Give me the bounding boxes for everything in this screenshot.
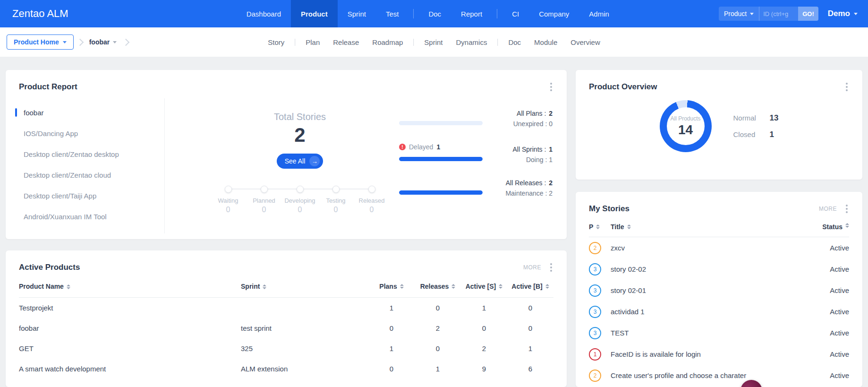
column-header-active-b[interactable]: Active [B] <box>507 283 553 290</box>
product-list-item-zentao-desktop[interactable]: Desktop client/Zentao desktop <box>6 144 164 164</box>
current-product-dropdown[interactable]: foobar <box>86 38 120 46</box>
story-title[interactable]: story 02-02 <box>611 265 816 273</box>
global-search: Product GO! <box>719 7 818 21</box>
product-row[interactable]: Testprojekt 1 0 1 0 <box>19 298 553 318</box>
app-logo[interactable]: Zentao ALM <box>0 0 81 27</box>
product-list-item-ios-dancing-app[interactable]: IOS/Dancing App <box>6 123 164 144</box>
story-row[interactable]: 2 zxcv Active <box>589 237 849 258</box>
delayed-value: 1 <box>436 143 440 151</box>
top-nav-menu: Dashboard Product Sprint Test Doc Report… <box>237 0 619 27</box>
product-name[interactable]: A smart watch development <box>19 365 241 373</box>
nav-admin[interactable]: Admin <box>579 0 619 27</box>
panel-title: Product Report <box>19 82 77 92</box>
subnav-plan[interactable]: Plan <box>299 38 326 46</box>
kebab-menu-icon[interactable] <box>548 261 554 274</box>
subnav-sprint[interactable]: Sprint <box>417 38 449 46</box>
nav-test[interactable]: Test <box>376 0 409 27</box>
legend-normal: Normal 13 <box>733 113 779 123</box>
sort-icon <box>845 223 849 231</box>
product-name[interactable]: foobar <box>19 324 241 332</box>
nav-report[interactable]: Report <box>451 0 492 27</box>
product-row[interactable]: GET 325 1 0 2 1 <box>19 338 553 359</box>
story-row[interactable]: 1 FaceID is is availale for login Active <box>589 344 849 365</box>
nav-dashboard[interactable]: Dashboard <box>237 0 291 27</box>
subnav-dynamics[interactable]: Dynamics <box>450 38 494 46</box>
nav-company[interactable]: Company <box>529 0 579 27</box>
story-row[interactable]: 3 actividad 1 Active <box>589 301 849 322</box>
step-dot <box>225 186 232 193</box>
nav-ci[interactable]: CI <box>502 0 529 27</box>
column-header-plans[interactable]: Plans <box>368 283 415 290</box>
breadcrumb-chevron-icon <box>122 38 130 46</box>
product-active-b: 1 <box>507 344 553 353</box>
product-plans: 1 <box>368 304 415 312</box>
kebab-menu-icon[interactable] <box>843 202 850 215</box>
product-home-label: Product Home <box>14 38 59 46</box>
user-menu[interactable]: Demo <box>828 9 858 18</box>
more-link[interactable]: MORE <box>819 206 837 212</box>
search-go-button[interactable]: GO! <box>798 7 818 21</box>
step-developing: Developing 0 <box>285 186 315 214</box>
story-title[interactable]: TEST <box>611 329 816 337</box>
story-title[interactable]: actividad 1 <box>611 308 816 316</box>
releases-progress-bar <box>399 190 483 195</box>
search-type-dropdown[interactable]: Product <box>719 7 759 21</box>
step-value: 0 <box>334 206 338 214</box>
product-list-item-foobar[interactable]: foobar <box>6 102 164 123</box>
unexpired-label: Unexpired : 0 <box>490 120 553 128</box>
product-home-button[interactable]: Product Home <box>7 34 74 50</box>
nav-sprint[interactable]: Sprint <box>338 0 376 27</box>
column-header-active-s[interactable]: Active [S] <box>461 283 507 290</box>
product-list-item-xuanxuan-im[interactable]: Android/Xuanxuan IM Tool <box>6 206 164 227</box>
step-label: Testing <box>326 197 345 204</box>
product-active-b: 0 <box>507 304 553 312</box>
subnav-release[interactable]: Release <box>326 38 366 46</box>
my-stories-table: P Title Status 2 zxcv Active 3 story 02-… <box>576 215 862 386</box>
product-row[interactable]: A smart watch development ALM extension … <box>19 359 553 379</box>
column-header-product-name[interactable]: Product Name <box>19 283 241 290</box>
step-waiting: Waiting 0 <box>213 186 243 214</box>
story-row[interactable]: 2 Create user's profile and choose a cha… <box>589 365 849 386</box>
sort-icon <box>263 284 266 289</box>
nav-doc[interactable]: Doc <box>418 0 451 27</box>
subnav-module[interactable]: Module <box>528 38 564 46</box>
product-row[interactable]: foobar test sprint 0 2 0 0 <box>19 318 553 338</box>
delayed-row: ! Delayed 1 <box>399 143 483 151</box>
column-header-sprint[interactable]: Sprint <box>241 283 368 290</box>
nav-product[interactable]: Product <box>291 0 338 27</box>
column-header-title[interactable]: Title <box>611 223 816 231</box>
story-row[interactable]: 3 story 02-02 Active <box>589 258 849 280</box>
story-status: Active <box>816 244 849 252</box>
kebab-menu-icon[interactable] <box>843 80 850 94</box>
subnav-doc[interactable]: Doc <box>502 38 528 46</box>
step-label: Developing <box>284 197 315 204</box>
search-id-input[interactable] <box>759 7 798 21</box>
product-active-b: 6 <box>507 365 553 373</box>
subnav-overview[interactable]: Overview <box>564 38 607 46</box>
sort-icon <box>451 284 455 289</box>
story-title[interactable]: story 02-01 <box>611 286 816 294</box>
product-overview-panel: Product Overview All Products 14 Normal … <box>576 70 862 180</box>
product-list-item-taiji-app[interactable]: Desktop client/Taiji App <box>6 185 164 206</box>
kebab-menu-icon[interactable] <box>548 80 554 94</box>
product-name[interactable]: Testprojekt <box>19 304 241 312</box>
column-header-priority[interactable]: P <box>589 223 611 231</box>
product-list-item-zentao-cloud[interactable]: Desktop client/Zentao cloud <box>6 164 164 185</box>
chevron-down-icon <box>854 13 858 15</box>
story-title[interactable]: FaceID is is availale for login <box>611 350 816 358</box>
story-row[interactable]: 3 TEST Active <box>589 322 849 344</box>
story-title[interactable]: Create user's profile and choose a chara… <box>611 371 816 379</box>
subnav-roadmap[interactable]: Roadmap <box>366 38 409 46</box>
product-name[interactable]: GET <box>19 344 241 353</box>
donut-legend: Normal 13 Closed 1 <box>733 113 779 139</box>
chevron-down-icon <box>113 41 117 43</box>
column-header-releases[interactable]: Releases <box>415 283 461 290</box>
current-product-label: foobar <box>89 38 110 46</box>
more-link[interactable]: MORE <box>523 264 541 271</box>
story-title[interactable]: zxcv <box>611 244 816 252</box>
story-row[interactable]: 3 story 02-01 Active <box>589 280 849 301</box>
column-header-status[interactable]: Status <box>816 223 849 231</box>
see-all-button[interactable]: See All → <box>277 154 323 169</box>
subnav-story[interactable]: Story <box>261 38 291 46</box>
delayed-alert-icon: ! <box>399 144 406 150</box>
